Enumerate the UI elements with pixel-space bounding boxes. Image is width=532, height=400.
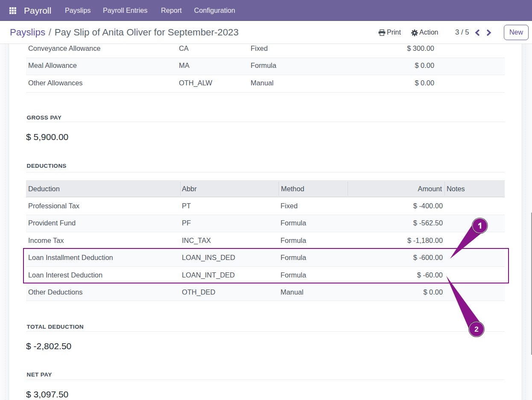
svg-text:2: 2 [474,325,478,333]
